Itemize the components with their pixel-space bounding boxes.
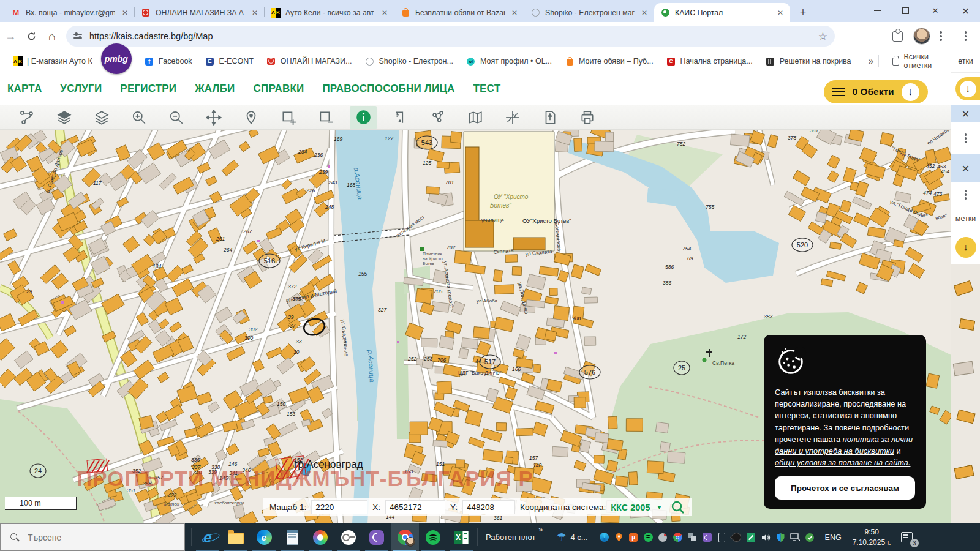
crs-dropdown[interactable]: ККС 2005 (611, 503, 650, 512)
notepad-taskbar-button[interactable] (278, 523, 306, 551)
export-tool-button[interactable] (537, 106, 564, 129)
select-rect-minus-tool-button[interactable] (312, 106, 339, 129)
tab-close-icon[interactable]: ✕ (250, 8, 260, 18)
layers-outline-tool-button[interactable] (88, 106, 115, 129)
bookmark-item[interactable]: fFacebook (145, 56, 192, 66)
window-close-button[interactable]: ✕ (923, 0, 948, 21)
notification-center-button[interactable]: 3 (897, 523, 920, 551)
crs-caret-icon[interactable]: ▼ (657, 504, 663, 511)
excel-tray-icon[interactable] (746, 532, 756, 542)
print-tool-button[interactable] (574, 106, 601, 129)
url-bar[interactable]: https://kais.cadastre.bg/bg/Map ☆ (66, 26, 835, 47)
map-search-icon[interactable] (671, 500, 685, 515)
bookmark-item[interactable]: olМоят профил • OL... (466, 56, 552, 66)
bookmark-item[interactable]: CНачална страница... (666, 56, 753, 66)
language-indicator[interactable]: ENG (820, 523, 846, 551)
pmbg-logo-badge[interactable]: pmbg (101, 43, 132, 74)
info-tool-button[interactable] (350, 106, 377, 129)
window-minimize-button[interactable] (865, 0, 889, 21)
bg-window2-tab-close-button[interactable]: ✕ (951, 105, 980, 122)
spotify-taskbar-button[interactable] (419, 523, 447, 551)
taskbar-search-box[interactable] (0, 523, 185, 551)
nav-item-1[interactable]: УСЛУГИ (60, 83, 102, 95)
explorer-taskbar-button[interactable] (222, 523, 250, 551)
pan-tool-button[interactable] (200, 106, 227, 129)
edge-tray-icon[interactable] (599, 532, 609, 542)
update-tray-icon[interactable] (805, 532, 815, 542)
map-canvas[interactable]: 2454351652025517576381378752127125169168… (0, 130, 951, 523)
zoom-in-tool-button[interactable] (126, 106, 153, 129)
layers-filled-tool-button[interactable] (51, 106, 78, 129)
viber-taskbar-button[interactable] (363, 523, 391, 551)
select-rect-plus-tool-button[interactable] (275, 106, 302, 129)
excel-taskbar-button[interactable]: X (447, 523, 475, 551)
tab-close-icon[interactable]: ✕ (380, 8, 390, 18)
viber-tray-icon[interactable] (702, 532, 712, 542)
reload-button[interactable] (21, 26, 42, 47)
bg-window3-tab-close-button[interactable]: ✕ (951, 154, 980, 182)
volume-tray-icon[interactable] (761, 532, 771, 542)
key-taskbar-button[interactable] (334, 523, 363, 551)
objects-button[interactable]: 0 Обекти ↓ (824, 80, 928, 103)
bg-window3-objects-button[interactable]: ↓ (951, 230, 980, 264)
route-tool-button[interactable] (13, 106, 40, 129)
paint-taskbar-button[interactable] (306, 523, 334, 551)
ie-taskbar-button[interactable]: e (194, 523, 222, 551)
chrome-tray-icon[interactable] (673, 532, 683, 542)
all-bookmarks-button[interactable]: Всички отметки (892, 53, 936, 70)
bookmark-item[interactable]: Моите обяви – Пуб... (565, 56, 654, 66)
bookmark-item[interactable]: Shopiko - Електрон... (364, 56, 453, 66)
weather-widget[interactable]: ☂ 4 с... (550, 523, 594, 551)
location-pin-tool-button[interactable] (238, 106, 265, 129)
badge-tray-icon[interactable] (658, 532, 668, 542)
url-text[interactable]: https://kais.cadastre.bg/bg/Map (89, 31, 818, 41)
bg-window-objects-button[interactable]: ↓ (951, 72, 980, 105)
new-tab-button[interactable]: + (795, 5, 811, 21)
nav-item-3[interactable]: ЖАЛБИ (195, 83, 235, 95)
browser-tab[interactable]: Безплатни обяви от Bazar✕ (394, 3, 524, 22)
chrome-taskbar-button[interactable] (391, 523, 419, 551)
tab-close-icon[interactable]: ✕ (639, 8, 649, 18)
site-settings-icon[interactable] (74, 32, 83, 40)
snip-tray-icon[interactable] (687, 532, 698, 542)
nav-item-4[interactable]: СПРАВКИ (254, 83, 304, 95)
device-tray-icon[interactable] (717, 532, 727, 542)
browser-tab[interactable]: ОНЛАЙН МАГАЗИН ЗА А✕ (135, 3, 265, 22)
bg-window2-menu-button[interactable] (951, 122, 980, 154)
tab-close-icon[interactable]: ✕ (510, 8, 519, 18)
bg-window-menu-button[interactable] (951, 22, 980, 50)
bookmark-item[interactable]: Решетки на покрива (766, 56, 851, 66)
map-sheet-tool-button[interactable] (462, 106, 489, 129)
forward-button[interactable]: → (0, 26, 21, 47)
network-tray-icon[interactable] (790, 532, 801, 542)
coordinates-tool-button[interactable] (499, 106, 526, 129)
taskbar-clock[interactable]: 9:50 7.10.2025 г. (846, 523, 897, 551)
search-input[interactable] (26, 532, 151, 543)
cookie-accept-button[interactable]: Прочетох и се съгласявам (775, 476, 915, 500)
tab-close-icon[interactable]: ✕ (775, 8, 785, 18)
download-objects-icon[interactable]: ↓ (902, 83, 919, 101)
nav-item-0[interactable]: КАРТА (7, 83, 42, 95)
zoom-out-tool-button[interactable] (163, 106, 190, 129)
tab-close-icon[interactable]: ✕ (120, 8, 130, 18)
browser-tab[interactable]: КАИС Портал✕ (654, 3, 790, 22)
nav-item-6[interactable]: ТЕСТ (473, 83, 501, 95)
measure-tool-button[interactable] (387, 106, 414, 129)
x-coordinate-input[interactable]: 4652172 (385, 500, 445, 514)
browser-tab[interactable]: MВх. поща - mihaylov.r@gm✕ (5, 3, 135, 22)
home-button[interactable]: ⌂ (42, 26, 62, 47)
scale-input[interactable]: 2220 (311, 500, 368, 514)
y-coordinate-input[interactable]: 448208 (462, 500, 515, 514)
browser-tab[interactable]: AKАуто Кели - всичко за авт✕ (265, 3, 394, 22)
chevron-expand-icon[interactable]: » (538, 525, 543, 534)
polygon-measure-tool-button[interactable] (424, 106, 451, 129)
headset-tray-icon[interactable] (731, 532, 742, 542)
bookmark-item[interactable]: ОНЛАЙН МАГАЗИ... (266, 56, 352, 66)
bg-window-tab-close-button[interactable]: ✕ (951, 0, 980, 22)
bg-window3-menu-button[interactable] (951, 182, 980, 207)
bookmark-star-icon[interactable]: ☆ (818, 30, 827, 43)
edge-taskbar-button[interactable]: e (250, 523, 278, 551)
terms-link[interactable]: общи условия за ползване на сайта. (775, 458, 910, 467)
extensions-icon[interactable] (892, 31, 903, 42)
security-tray-icon[interactable] (775, 532, 786, 542)
